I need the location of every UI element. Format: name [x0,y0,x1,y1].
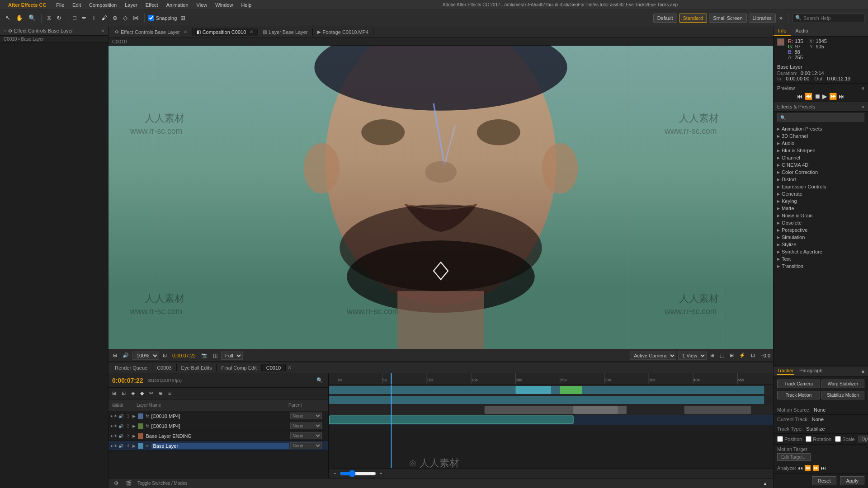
effect-cat-cinema4d[interactable]: ▶ CINEMA 4D [774,161,868,169]
preview-menu[interactable]: ≡ [862,86,864,91]
effect-cat-expression-controls[interactable]: ▶ Expression Controls [774,183,868,190]
track-motion-btn[interactable]: Track Motion [777,391,820,399]
fast-preview-btn[interactable]: ⚡ [737,352,747,359]
snapshot-btn[interactable]: 📷 [199,352,209,359]
layer-solo-2[interactable]: ● [110,424,113,428]
preview-first-frame[interactable]: ⏮ [797,93,803,100]
clone-tool[interactable]: ⊕ [111,14,119,22]
apply-btn[interactable]: Apply [840,476,864,485]
panel-menu-icon[interactable]: ≡ [4,28,6,33]
timeline-settings-btn[interactable]: ⚙ [112,479,120,487]
tab-close-effect-controls[interactable]: ✕ [184,29,187,34]
solo-btn[interactable]: ◈ [129,389,137,397]
layer-parent-select-4[interactable]: None [290,442,322,449]
layer-audio-4[interactable]: 🔊 [118,444,123,448]
snapping-checkbox[interactable] [148,15,154,21]
layer-edit-4[interactable]: ✏ [146,444,149,448]
menu-animation[interactable]: Animation [163,1,192,9]
puppet-tool[interactable]: ⋈ [131,14,141,22]
effect-cat-obsolete[interactable]: ▶ Obsolete [774,219,868,226]
viewer-reset-btn[interactable]: ⊞ [111,352,119,359]
effect-cat-noise-grain[interactable]: ▶ Noise & Grain [774,212,868,219]
pre-compose[interactable]: ⊡ [120,389,127,397]
analyze-prev-prev[interactable]: ⏮ [797,465,803,471]
tracker-tab[interactable]: Tracker [777,368,794,375]
effects-search[interactable]: 🔍 [777,113,864,122]
tl-zoom-out[interactable]: − [332,470,338,477]
tl-tab-final-comp[interactable]: Final Comp Edit [217,364,261,371]
workspace-libraries[interactable]: Libraries [749,14,776,23]
selection-tool[interactable]: ↖ [4,14,12,22]
search-timeline-btn[interactable]: 🔍 [315,376,325,384]
effect-cat-color-correction[interactable]: ▶ Color Correction [774,169,868,176]
rotation-label[interactable]: Rotation [806,436,831,442]
layer-solo-4[interactable]: ● [110,444,113,448]
new-comp-from-selection[interactable]: ⊞ [110,389,118,397]
position-checkbox[interactable] [777,436,783,442]
effect-cat-transition[interactable]: ▶ Transition [774,263,868,270]
tab-close-composition[interactable]: ✕ [250,29,253,34]
scale-label[interactable]: Scale [835,436,855,442]
layer-name-3[interactable]: Base Layer ENDING [146,433,289,439]
brush-tool[interactable]: 🖌 [99,14,109,22]
effects-presets-menu[interactable]: ≡ [862,104,864,109]
menu-effect[interactable]: Effect [142,1,162,9]
layer-audio-2[interactable]: 🔊 [118,424,123,428]
effect-cat-perspective[interactable]: ▶ Perspective [774,226,868,234]
position-label[interactable]: Position [777,436,802,442]
tab-composition[interactable]: ◧ Composition C0010 ✕ [192,28,259,36]
viewer-audio-btn[interactable]: 🔊 [121,352,131,359]
menu-file[interactable]: File [52,1,68,9]
layer-fx-1[interactable]: fx [146,414,149,418]
layer-solo-3[interactable]: ● [110,434,113,438]
layer-name-1[interactable]: [C0010.MP4] [151,413,289,419]
analyze-prev[interactable]: ⏪ [804,465,811,471]
paragraph-tab[interactable]: Paragraph [799,368,822,375]
options-btn[interactable]: Options... [859,436,868,442]
timeline-link-btn[interactable]: ⊡ [749,352,757,359]
workspace-overflow[interactable]: » [778,14,784,22]
grid-btn[interactable]: ⊞ [708,352,716,359]
snap-options[interactable]: ⊞ [179,14,187,22]
workspace-standard[interactable]: Standard [679,14,708,23]
menu-composition[interactable]: Composition [85,1,120,9]
effect-cat-synthetic-aperture[interactable]: ▶ Synthetic Aperture [774,248,868,255]
effect-cat-3d-channel[interactable]: ▶ 3D Channel [774,132,868,140]
menu-edit[interactable]: Edit [69,1,85,9]
effect-cat-distort[interactable]: ▶ Distort [774,176,868,183]
effect-cat-keying[interactable]: ▶ Keying [774,197,868,205]
preview-play[interactable]: ▶ [822,93,827,100]
menu-help[interactable]: Help [237,1,255,9]
analyze-next[interactable]: ⏩ [812,465,819,471]
effect-cat-audio[interactable]: ▶ Audio [774,140,868,147]
layer-parent-select-1[interactable]: None [290,413,322,419]
tl-zoom-in[interactable]: + [378,470,384,477]
tl-tab-eye-ball[interactable]: Eye Ball Edits [177,364,217,371]
zoom-tool[interactable]: 🔍 [27,14,38,22]
camera-select[interactable]: Active Camera [630,352,676,360]
effects-search-input[interactable] [788,115,861,120]
orbit-tool[interactable]: ↻ [55,14,63,22]
marker-btn[interactable]: ◆ [138,389,146,397]
tl-close[interactable]: ✕ [288,365,291,370]
eraser-tool[interactable]: ◇ [121,14,129,22]
layer-audio-1[interactable]: 🔊 [118,414,123,418]
search-input[interactable] [803,15,861,21]
edit-btn[interactable]: ✂ [147,389,155,397]
left-panel-close[interactable]: ✕ [101,28,104,33]
warp-stabilizer-btn[interactable]: Warp Stabilizer [821,380,864,388]
preview-next-frame[interactable]: ⏩ [829,93,837,100]
layer-expand-2[interactable]: ▶ [132,424,136,428]
workspace-default[interactable]: Default [653,14,677,23]
layer-vis-1[interactable]: 👁 [113,414,118,418]
viewer-fit-btn[interactable]: ⊡ [161,352,169,359]
preview-stop[interactable]: ⏹ [814,93,821,100]
tracker-menu[interactable]: ≡ [862,369,864,374]
layer-solo-1[interactable]: ● [110,414,113,418]
layer-audio-3[interactable]: 🔊 [118,434,123,438]
effect-cat-generate[interactable]: ▶ Generate [774,190,868,197]
rect-tool[interactable]: □ [71,14,78,22]
track-camera-btn[interactable]: Track Camera [777,380,820,388]
layer-expand-3[interactable]: ▶ [132,434,136,438]
pen-tool[interactable]: ✒ [80,14,89,22]
